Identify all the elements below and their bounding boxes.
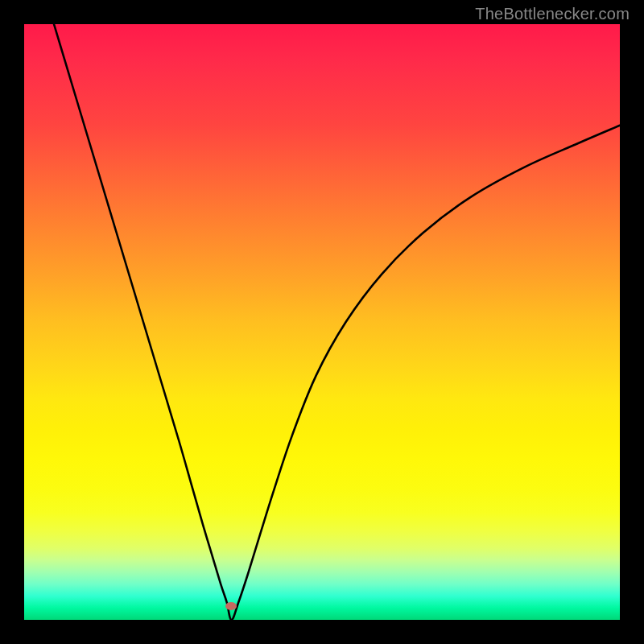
optimum-marker <box>225 602 237 610</box>
curve-svg <box>24 24 620 620</box>
plot-area <box>24 24 620 620</box>
bottleneck-curve <box>54 24 620 620</box>
watermark-text: TheBottlenecker.com <box>475 5 630 23</box>
